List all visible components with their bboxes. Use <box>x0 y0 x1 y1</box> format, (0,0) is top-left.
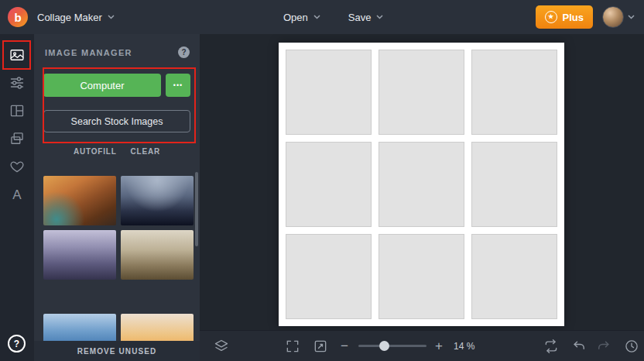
more-sources-button[interactable]: ••• <box>166 74 190 97</box>
collage-cell[interactable] <box>286 142 372 227</box>
redo-icon[interactable] <box>596 339 611 354</box>
image-icon <box>9 47 25 63</box>
zoom-in-button[interactable]: + <box>435 339 443 352</box>
history-icon[interactable] <box>624 339 639 354</box>
sidebar-item-layouts[interactable] <box>9 103 25 119</box>
layers-icon[interactable] <box>214 339 229 354</box>
open-menu-label: Open <box>283 12 308 23</box>
bottom-toolbar: − + 14 % <box>200 330 644 361</box>
plus-label: Plus <box>563 12 584 23</box>
thumbnail-joshua-tree-dusk[interactable] <box>121 176 194 225</box>
computer-upload-button[interactable]: Computer <box>43 74 161 97</box>
collage-cell[interactable] <box>471 234 557 319</box>
thumbnail-ocean-shore[interactable] <box>43 314 116 341</box>
collage-cell[interactable] <box>379 50 464 135</box>
sidebar-item-text[interactable]: A <box>9 187 25 202</box>
collage-cell[interactable] <box>471 142 557 227</box>
autofill-row: AUTOFILL CLEAR <box>34 147 200 156</box>
sidebar-item-background[interactable] <box>9 131 25 146</box>
user-menu-button[interactable] <box>602 6 635 28</box>
autofill-button[interactable]: AUTOFILL <box>74 147 117 156</box>
question-mark-icon: ? <box>14 339 19 349</box>
thumbnail-canyon-waterfall[interactable] <box>43 176 116 225</box>
thumbnail-sunset-blur[interactable] <box>121 314 194 341</box>
remove-unused-button[interactable]: REMOVE UNUSED <box>34 341 200 361</box>
collage-canvas[interactable] <box>279 43 564 326</box>
befunky-logo[interactable]: b <box>8 7 28 27</box>
collage-cell[interactable] <box>379 142 464 227</box>
text-tool-icon: A <box>12 188 21 201</box>
chevron-down-icon <box>108 15 115 19</box>
tool-sidebar: A ? <box>0 34 34 361</box>
panel-title: IMAGE MANAGER <box>45 48 132 57</box>
canvas-area <box>200 34 644 330</box>
fit-to-screen-icon[interactable] <box>285 339 300 354</box>
file-menu-group: Open Save <box>283 12 383 23</box>
open-menu-button[interactable]: Open <box>283 12 320 23</box>
top-bar: b Collage Maker Open Save <box>0 0 644 34</box>
chevron-down-icon <box>628 15 635 19</box>
panel-help-icon[interactable]: ? <box>178 46 190 58</box>
collage-maker-app: b Collage Maker Open Save <box>0 0 644 361</box>
zoom-slider-track[interactable] <box>358 345 426 347</box>
undo-icon[interactable] <box>571 339 587 354</box>
sidebar-item-customize[interactable] <box>9 75 25 91</box>
save-menu-label: Save <box>348 12 372 23</box>
collage-cell[interactable] <box>471 50 557 135</box>
star-icon: ★ <box>545 11 557 23</box>
collage-cell[interactable] <box>286 234 372 319</box>
thumbnail-joshua-tree-day[interactable] <box>121 230 194 280</box>
image-manager-panel: IMAGE MANAGER ? Computer ••• Search Stoc… <box>34 34 200 361</box>
app-menu-label: Collage Maker <box>37 12 102 23</box>
panel-header: IMAGE MANAGER ? <box>34 34 200 58</box>
chevron-down-icon <box>376 15 383 19</box>
app-menu-button[interactable]: Collage Maker <box>37 12 115 23</box>
heart-icon <box>9 159 25 174</box>
save-menu-button[interactable]: Save <box>348 12 384 23</box>
sidebar-item-graphics[interactable] <box>9 159 25 174</box>
avatar <box>602 6 624 28</box>
sidebar-item-image-manager[interactable] <box>9 47 25 63</box>
zoom-level-value: 14 % <box>454 341 474 352</box>
shuffle-layout-icon[interactable] <box>543 339 559 354</box>
overlay-images-icon <box>9 131 25 146</box>
remove-unused-label: REMOVE UNUSED <box>77 347 157 356</box>
search-stock-images-button[interactable]: Search Stock Images <box>43 110 190 132</box>
upload-button-row: Computer ••• <box>34 74 200 97</box>
collage-cell[interactable] <box>286 50 372 135</box>
help-button[interactable]: ? <box>8 335 26 352</box>
thumbnail-area <box>43 176 194 341</box>
resize-canvas-icon[interactable] <box>313 339 328 354</box>
chevron-down-icon <box>313 15 320 19</box>
clear-button[interactable]: CLEAR <box>131 147 160 156</box>
sliders-icon <box>9 75 25 91</box>
collage-cell[interactable] <box>379 234 464 319</box>
thumbnail-desert-valley[interactable] <box>43 230 116 280</box>
layout-grid-icon <box>9 103 25 119</box>
plus-upgrade-button[interactable]: ★ Plus <box>536 5 593 29</box>
account-group: ★ Plus <box>536 5 635 29</box>
zoom-out-button[interactable]: − <box>341 339 348 352</box>
zoom-slider-handle[interactable] <box>379 341 389 351</box>
logo-letter: b <box>14 11 21 24</box>
thumbnail-grid <box>43 176 194 341</box>
panel-scrollbar[interactable] <box>195 172 198 246</box>
